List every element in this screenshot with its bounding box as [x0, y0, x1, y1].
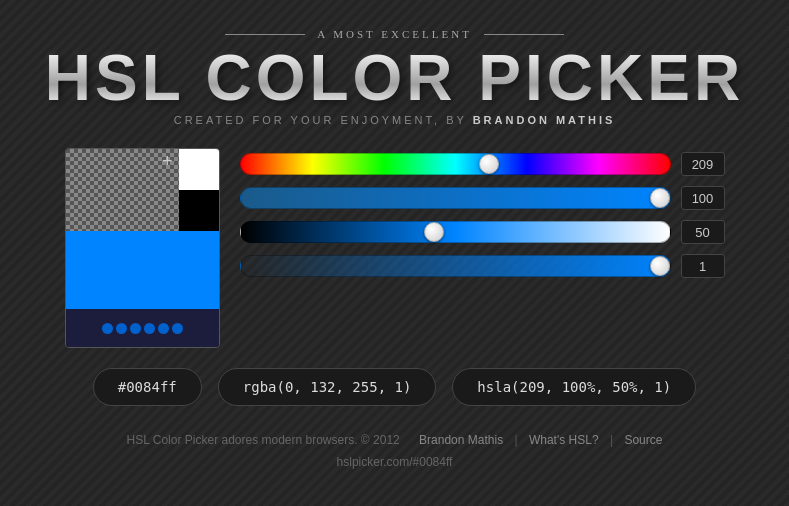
picker-container: + 209 — [65, 148, 725, 348]
hue-value[interactable]: 209 — [681, 152, 725, 176]
saved-color-dot[interactable] — [116, 323, 127, 334]
saved-color-dot[interactable] — [130, 323, 141, 334]
hue-slider-thumb[interactable] — [479, 154, 499, 174]
author-name: BRANDON MATHIS — [473, 114, 616, 126]
swatch-black[interactable] — [179, 190, 219, 231]
app-title: HSL COLOR PICKER — [0, 46, 789, 110]
lightness-slider-track[interactable] — [240, 221, 671, 243]
hex-output[interactable]: #0084ff — [93, 368, 202, 406]
swatch-header-row: + — [66, 149, 219, 231]
saved-color-dot[interactable] — [172, 323, 183, 334]
swatch-white[interactable] — [179, 149, 219, 190]
rgba-output[interactable]: rgba(0, 132, 255, 1) — [218, 368, 437, 406]
saturation-value[interactable]: 100 — [681, 186, 725, 210]
lightness-value[interactable]: 50 — [681, 220, 725, 244]
lightness-slider-row: 50 — [240, 220, 725, 244]
saved-color-dot[interactable] — [158, 323, 169, 334]
header-line-right — [484, 34, 564, 35]
hue-slider-track[interactable] — [240, 153, 671, 175]
saturation-slider-row: 100 — [240, 186, 725, 210]
footer-text-row: HSL Color Picker adores modern browsers.… — [127, 430, 663, 452]
alpha-slider-thumb[interactable] — [650, 256, 670, 276]
saved-color-dot[interactable] — [102, 323, 113, 334]
hsla-output[interactable]: hsla(209, 100%, 50%, 1) — [452, 368, 696, 406]
swatch-color-display[interactable] — [66, 231, 219, 309]
footer-url[interactable]: hslpicker.com/#0084ff — [127, 452, 663, 474]
footer-copyright: HSL Color Picker adores modern browsers.… — [127, 433, 400, 447]
saturation-slider-track[interactable] — [240, 187, 671, 209]
header: A MOST EXCELLENT HSL COLOR PICKER CREATE… — [0, 28, 789, 126]
created-label: CREATED FOR YOUR ENJOYMENT, BY — [174, 114, 467, 126]
saturation-slider-thumb[interactable] — [650, 188, 670, 208]
footer-sep2: | — [514, 433, 517, 447]
alpha-slider-track[interactable] — [240, 255, 671, 277]
swatch-bw-column — [179, 149, 219, 231]
whats-hsl-link[interactable]: What's HSL? — [529, 433, 599, 447]
header-subtitle-text: A MOST EXCELLENT — [317, 28, 472, 40]
lightness-slider-thumb[interactable] — [424, 222, 444, 242]
footer: HSL Color Picker adores modern browsers.… — [127, 430, 663, 473]
sliders-panel: 209 100 50 1 — [240, 152, 725, 278]
footer-sep3: | — [610, 433, 613, 447]
add-color-button[interactable]: + — [162, 152, 173, 170]
swatch-panel: + — [65, 148, 220, 348]
header-created: CREATED FOR YOUR ENJOYMENT, BY BRANDON M… — [0, 114, 789, 126]
swatch-saved-colors — [66, 309, 219, 347]
author-link[interactable]: Brandon Mathis — [419, 433, 503, 447]
swatch-checker: + — [66, 149, 179, 231]
source-link[interactable]: Source — [624, 433, 662, 447]
output-row: #0084ff rgba(0, 132, 255, 1) hsla(209, 1… — [93, 368, 696, 406]
alpha-value[interactable]: 1 — [681, 254, 725, 278]
header-subtitle-row: A MOST EXCELLENT — [0, 28, 789, 40]
alpha-slider-row: 1 — [240, 254, 725, 278]
hue-slider-row: 209 — [240, 152, 725, 176]
saved-color-dot[interactable] — [144, 323, 155, 334]
header-line-left — [225, 34, 305, 35]
